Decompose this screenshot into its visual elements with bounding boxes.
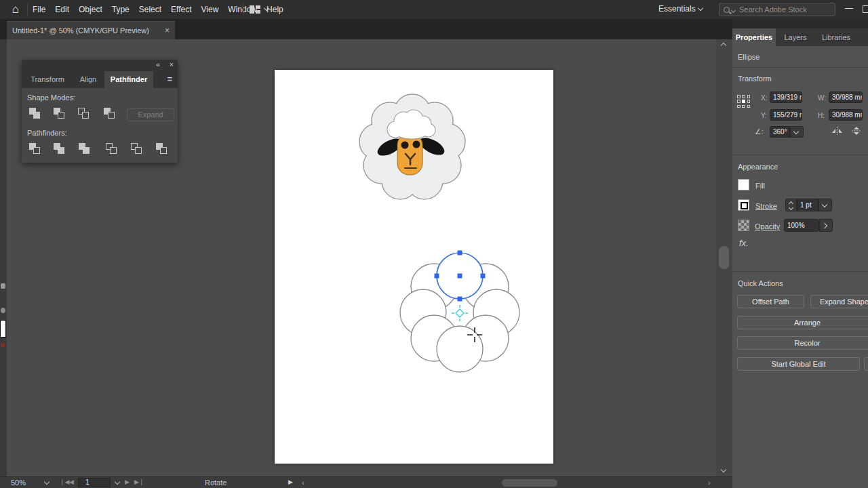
- effects-fx-button[interactable]: fx.: [739, 238, 749, 248]
- tools-panel-edge: [0, 39, 7, 476]
- artboard-number-field[interactable]: 1: [78, 478, 111, 487]
- panel-menu-icon[interactable]: ≡: [167, 74, 172, 84]
- stroke-weight-stepper[interactable]: [785, 199, 797, 211]
- vertical-scrollbar[interactable]: [716, 39, 732, 476]
- menu-view[interactable]: View: [201, 5, 219, 14]
- stroke-weight-value[interactable]: 1 pt: [797, 199, 818, 211]
- trim-icon[interactable]: [54, 143, 64, 154]
- intersect-icon[interactable]: [78, 108, 89, 119]
- horizontal-scrollbar-thumb[interactable]: [502, 479, 557, 487]
- artboard-dropdown-icon[interactable]: [115, 479, 120, 485]
- rotation-angle-icon: ∠:: [755, 127, 764, 136]
- pathfinder-panel[interactable]: « × Transform Align Pathfinder ≡ Shape M…: [22, 60, 178, 163]
- zoom-dropdown-icon[interactable]: [44, 479, 50, 485]
- panel-header-strip: [732, 19, 868, 28]
- scrollbar-thumb[interactable]: [719, 246, 729, 269]
- panel-title-bar[interactable]: « ×: [22, 60, 178, 71]
- opacity-value[interactable]: 100%: [784, 219, 819, 232]
- crop-icon[interactable]: [106, 143, 117, 154]
- close-panel-icon[interactable]: ×: [170, 60, 174, 68]
- scroll-left-icon[interactable]: ‹: [302, 479, 304, 487]
- minus-back-icon[interactable]: [156, 143, 167, 154]
- chevron-down-icon[interactable]: [698, 5, 703, 11]
- zoom-level[interactable]: 50%: [11, 479, 26, 487]
- rotation-reference-point[interactable]: [452, 305, 468, 321]
- x-field[interactable]: 139/319 mm: [770, 92, 802, 103]
- y-label: Y:: [761, 112, 767, 119]
- sheep-artwork[interactable]: [359, 94, 465, 199]
- unite-icon[interactable]: [29, 108, 40, 119]
- menu-edit[interactable]: Edit: [55, 5, 69, 14]
- divide-icon[interactable]: [29, 143, 40, 154]
- tab-pathfinder[interactable]: Pathfinder: [104, 71, 153, 88]
- recolor-button[interactable]: Recolor: [737, 336, 868, 350]
- first-artboard-icon[interactable]: ❘◀: [60, 479, 69, 485]
- reference-point-locator[interactable]: [737, 95, 751, 108]
- tab-transform[interactable]: Transform: [23, 71, 72, 88]
- y-field[interactable]: 155/279 mm: [770, 109, 802, 121]
- offset-path-button[interactable]: Offset Path: [737, 295, 804, 308]
- arrange-button[interactable]: Arrange: [737, 316, 868, 329]
- rotation-angle-dropdown[interactable]: [790, 126, 804, 138]
- maximize-button[interactable]: [863, 5, 868, 13]
- menu-file[interactable]: File: [33, 5, 45, 14]
- stroke-label[interactable]: Stroke: [755, 202, 777, 210]
- stroke-swatch[interactable]: [738, 199, 749, 211]
- opacity-options-button[interactable]: [819, 219, 833, 232]
- global-edit-options-button[interactable]: [864, 357, 868, 371]
- menu-type[interactable]: Type: [112, 5, 130, 14]
- minimize-button[interactable]: —: [842, 2, 856, 16]
- scroll-down-icon[interactable]: [721, 467, 726, 472]
- tool-icon[interactable]: [1, 308, 5, 313]
- artboard[interactable]: [275, 70, 553, 464]
- quick-actions-header: Quick Actions: [738, 279, 783, 287]
- exclude-icon[interactable]: [104, 108, 115, 119]
- menu-items: File Edit Object Type Select Effect View…: [33, 0, 283, 19]
- tab-libraries[interactable]: Libraries: [815, 28, 857, 46]
- menu-effect[interactable]: Effect: [171, 5, 191, 14]
- start-global-edit-button[interactable]: Start Global Edit: [737, 357, 860, 371]
- stroke-weight-dropdown[interactable]: [818, 199, 832, 211]
- flip-horizontal-icon[interactable]: [831, 126, 844, 136]
- arrange-documents-icon[interactable]: [250, 5, 260, 14]
- tab-align[interactable]: Align: [72, 71, 104, 88]
- expand-shape-button[interactable]: Expand Shape: [810, 295, 868, 308]
- menu-select[interactable]: Select: [139, 5, 161, 14]
- properties-panel: Properties Layers Libraries Ellipse Tran…: [732, 19, 868, 488]
- tool-icon[interactable]: [1, 283, 5, 289]
- tab-layers[interactable]: Layers: [776, 28, 815, 46]
- merge-icon[interactable]: [79, 143, 90, 154]
- fill-color-swatch[interactable]: [0, 320, 6, 338]
- minus-front-icon[interactable]: [54, 108, 64, 119]
- scroll-up-icon[interactable]: [721, 43, 726, 48]
- menu-bar: ⌂ File Edit Object Type Select Effect Vi…: [0, 0, 868, 19]
- workspace-switcher[interactable]: Essentials: [658, 4, 696, 14]
- ring-circle[interactable]: [437, 326, 483, 372]
- outline-icon[interactable]: [131, 143, 142, 154]
- w-label: W:: [818, 94, 826, 102]
- document-tab[interactable]: Untitled-1* @ 50% (CMYK/GPU Preview) ×: [7, 21, 175, 39]
- menu-object[interactable]: Object: [79, 5, 102, 14]
- divider: [243, 3, 243, 16]
- opacity-swatch[interactable]: [738, 220, 749, 231]
- opacity-label[interactable]: Opacity: [755, 222, 780, 230]
- home-icon[interactable]: ⌂: [8, 3, 23, 16]
- fill-swatch[interactable]: [738, 179, 749, 190]
- flip-vertical-icon[interactable]: [850, 126, 863, 136]
- rotation-angle-field[interactable]: 360°: [770, 126, 790, 138]
- h-field[interactable]: 30/988 mm: [829, 109, 863, 121]
- scroll-right-icon[interactable]: ›: [708, 479, 711, 487]
- w-field[interactable]: 30/988 mm: [829, 92, 863, 103]
- tab-properties[interactable]: Properties: [732, 28, 776, 46]
- collapse-panel-icon[interactable]: «: [156, 60, 160, 68]
- expand-button[interactable]: Expand: [127, 108, 174, 121]
- stroke-color-swatch[interactable]: [1, 343, 5, 347]
- status-bar-arrow-icon[interactable]: ▶: [288, 479, 293, 485]
- menu-help[interactable]: Help: [267, 5, 283, 14]
- search-placeholder: Search Adobe Stock: [739, 5, 807, 14]
- close-document-icon[interactable]: ×: [161, 26, 170, 35]
- search-adobe-stock-input[interactable]: Search Adobe Stock: [719, 3, 835, 16]
- last-artboard-icon[interactable]: ▶❘: [134, 479, 144, 485]
- next-artboard-icon[interactable]: ▶: [125, 479, 130, 485]
- previous-artboard-icon[interactable]: ◀: [69, 479, 74, 485]
